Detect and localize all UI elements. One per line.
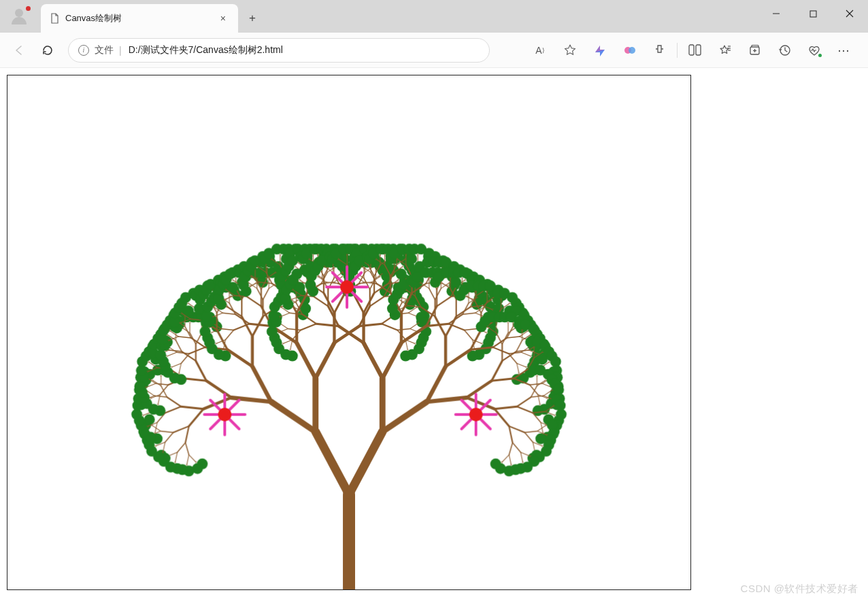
profile-button[interactable] <box>0 0 38 33</box>
browser-tab[interactable]: Canvas绘制树 × <box>41 4 238 33</box>
extensions-button[interactable] <box>646 37 674 64</box>
copilot-button[interactable] <box>586 37 614 64</box>
site-info-icon[interactable]: i <box>78 45 89 56</box>
favorites-list-button[interactable] <box>710 37 739 64</box>
address-bar-row: i 文件 | D:/测试文件夹7/Canvas绘制树2.html A⟩ <box>0 33 868 68</box>
tree-canvas <box>7 75 691 590</box>
history-icon <box>778 44 791 56</box>
split-icon <box>688 44 701 56</box>
tab-close-button[interactable]: × <box>218 13 229 24</box>
minimize-icon <box>772 10 780 18</box>
tab-title: Canvas绘制树 <box>65 12 212 24</box>
favorite-button[interactable] <box>556 37 584 64</box>
split-screen-button[interactable] <box>680 37 709 64</box>
maximize-button[interactable] <box>795 0 831 27</box>
url-path: D:/测试文件夹7/Canvas绘制树2.html <box>129 44 283 56</box>
close-button[interactable] <box>831 0 868 27</box>
profile-icon <box>10 7 28 25</box>
window-title-bar: Canvas绘制树 × + <box>0 0 868 33</box>
star-icon <box>563 44 577 57</box>
page-content <box>0 68 868 600</box>
brain-icon <box>623 44 637 57</box>
svg-rect-1 <box>810 11 816 17</box>
url-separator: | <box>119 45 122 56</box>
back-button[interactable] <box>5 37 33 64</box>
more-button[interactable]: ⋯ <box>830 37 858 64</box>
address-bar[interactable]: i 文件 | D:/测试文件夹7/Canvas绘制树2.html <box>68 38 490 63</box>
read-aloud-button[interactable]: A⟩ <box>526 37 554 64</box>
minimize-button[interactable] <box>758 0 795 27</box>
close-icon <box>846 10 854 18</box>
document-icon <box>49 13 60 24</box>
collections-icon <box>748 44 761 56</box>
maximize-icon <box>809 10 817 18</box>
refresh-icon <box>41 44 54 56</box>
performance-button[interactable] <box>800 37 829 64</box>
copilot-icon <box>592 43 607 58</box>
watermark: CSDN @软件技术爱好者 <box>741 583 858 596</box>
svg-rect-6 <box>689 45 694 55</box>
toolbar-separator <box>677 43 678 58</box>
refresh-button[interactable] <box>34 37 61 64</box>
url-scheme-label: 文件 <box>95 44 114 56</box>
ai-button[interactable] <box>616 37 644 64</box>
new-tab-button[interactable]: + <box>238 4 267 33</box>
svg-point-5 <box>629 47 635 54</box>
window-controls <box>758 0 868 27</box>
svg-rect-7 <box>696 45 701 55</box>
puzzle-icon <box>654 44 667 56</box>
star-plus-icon <box>718 44 731 57</box>
arrow-left-icon <box>13 44 25 56</box>
collections-button[interactable] <box>740 37 769 64</box>
history-button[interactable] <box>770 37 799 64</box>
